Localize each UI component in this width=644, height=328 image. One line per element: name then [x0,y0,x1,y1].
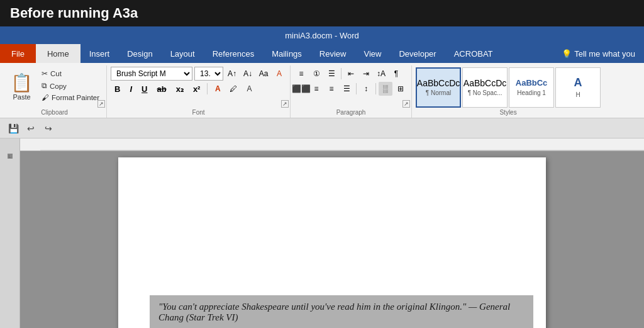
clipboard-label: Clipboard [6,108,103,118]
undo-button[interactable]: ↩ [24,122,38,135]
shading-button[interactable]: ░ [379,82,392,96]
page-title: Before running A3a [10,5,138,21]
format-painter-icon: 🖌 [42,94,49,101]
scissors-icon: ✂ [42,69,48,78]
align-left-button[interactable]: ⬛⬛ [294,82,308,96]
ribbon: 📋 Paste ✂ Cut ⧉ Copy 🖌 Format Painter Cl… [0,63,644,118]
font-label: Font [111,108,286,118]
document-scroll[interactable]: "You can't appreciate Shakespeare until … [20,151,644,328]
font-color-button[interactable]: A [242,82,256,96]
show-hide-button[interactable]: ¶ [389,67,403,81]
align-right-button[interactable]: ≡ [325,82,338,96]
paragraph-expand[interactable]: ↗ [402,100,410,108]
underline-button[interactable]: U [138,82,151,96]
clear-formatting-button[interactable]: A [272,67,286,81]
ruler-area [0,139,644,151]
clipboard-right: ✂ Cut ⧉ Copy 🖌 Format Painter [38,67,103,108]
bullets-button[interactable]: ≡ [294,67,308,81]
clipboard-expand[interactable]: ↗ [97,100,105,108]
paragraph-group: ≡ ① ☰ ⇤ ⇥ ↕A ¶ ⬛⬛ ≡ ≡ ☰ ↕ ░ ⊞ Paragraph [291,65,412,118]
italic-button[interactable]: I [126,82,136,96]
change-case-button[interactable]: Aa [257,67,270,81]
line-spacing-button[interactable]: ↕ [359,82,373,96]
tab-developer[interactable]: Developer [390,44,445,63]
tab-layout[interactable]: Layout [162,44,204,63]
tab-references[interactable]: References [204,44,263,63]
styles-label: Styles [416,108,601,118]
style-no-spacing[interactable]: AaBbCcDc ¶ No Spac... [462,67,508,108]
undo-icon: ↩ [27,123,35,133]
tab-insert[interactable]: Insert [80,44,119,63]
align-center-button[interactable]: ≡ [309,82,323,96]
menu-bar: File Home Insert Design Layout Reference… [0,44,644,63]
tab-acrobat[interactable]: ACROBAT [445,44,502,63]
superscript-button[interactable]: x² [189,82,204,96]
multilevel-list-button[interactable]: ☰ [325,67,338,81]
ruler [20,139,644,151]
bold-button[interactable]: B [111,82,124,96]
document-quote: "You can't appreciate Shakespeare until … [150,295,533,328]
redo-icon: ↪ [45,123,52,133]
tell-me-field[interactable]: 💡 Tell me what you [553,44,644,63]
font-increase-button[interactable]: A↑ [225,67,239,81]
ruler-svg [40,139,644,151]
style-normal[interactable]: AaBbCcDc ¶ Normal [416,67,461,108]
sort-button[interactable]: ↕A [374,67,388,81]
redo-button[interactable]: ↪ [42,122,55,135]
style-heading1[interactable]: AaBbCc Heading 1 [509,67,554,108]
numbering-button[interactable]: ① [309,67,323,81]
document-area: L "You can't appreciate Shakespeare unti… [0,151,644,328]
lightbulb-icon: 💡 [562,49,572,59]
quick-access-toolbar: 💾 ↩ ↪ [0,118,644,139]
subscript-button[interactable]: x₂ [172,82,187,96]
font-decrease-button[interactable]: A↓ [241,67,255,81]
tab-review[interactable]: Review [311,44,355,63]
format-painter-button[interactable]: 🖌 Format Painter [38,93,103,103]
increase-indent-button[interactable]: ⇥ [359,67,373,81]
font-expand[interactable]: ↗ [281,100,289,108]
document-page: "You can't appreciate Shakespeare until … [118,157,546,328]
title-bar: miniA3.docm - Word [0,26,644,44]
decrease-indent-button[interactable]: ⇤ [344,67,358,81]
font-size-select[interactable]: 13.5 [194,67,223,81]
strikethrough-button[interactable]: ab [153,82,170,96]
borders-button[interactable]: ⊞ [394,82,408,96]
copy-icon: ⧉ [42,82,47,90]
text-color-button[interactable]: A [211,82,225,96]
document-title: miniA3.docm - Word [285,31,359,40]
style-heading2[interactable]: A H [555,67,601,108]
cut-button[interactable]: ✂ Cut [38,68,103,79]
justify-button[interactable]: ☰ [340,82,353,96]
page-title-bar: Before running A3a [0,0,644,26]
save-button[interactable]: 💾 [6,122,20,135]
tab-file[interactable]: File [0,44,36,63]
font-family-select[interactable]: Brush Script M [111,67,192,81]
styles-group: AaBbCcDc ¶ Normal AaBbCcDc ¶ No Spac... … [412,65,604,118]
sidebar-marker: L [8,154,13,159]
tab-design[interactable]: Design [118,44,161,63]
tab-home[interactable]: Home [36,44,80,63]
copy-button[interactable]: ⧉ Copy [38,81,103,91]
tab-mailings[interactable]: Mailings [263,44,311,63]
paragraph-label: Paragraph [294,108,408,118]
paste-button[interactable]: 📋 Paste [6,67,37,108]
ruler-side [0,139,20,151]
font-group: Brush Script M 13.5 A↑ A↓ Aa A B I U ab … [107,65,291,118]
paste-icon: 📋 [11,74,33,92]
save-icon: 💾 [8,123,19,133]
tab-view[interactable]: View [355,44,390,63]
document-sidebar: L [0,151,20,328]
clipboard-group: 📋 Paste ✂ Cut ⧉ Copy 🖌 Format Painter Cl… [3,65,107,118]
text-highlight-button[interactable]: 🖊 [226,82,240,96]
